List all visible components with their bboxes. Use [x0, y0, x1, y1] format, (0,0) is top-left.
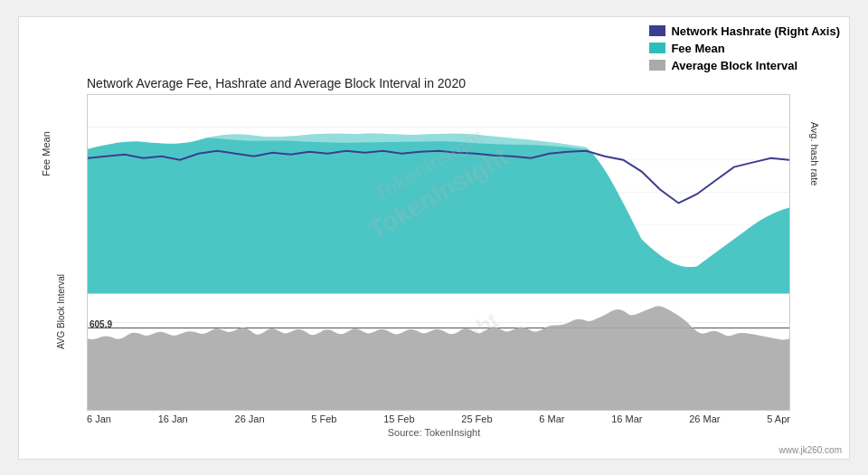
upper-chart: TokenInsight TokenInsight 0.00005 0.0001…	[87, 94, 790, 293]
y-axis-label-hashrate: Avg. hash rate	[810, 121, 821, 185]
chart-container: Network Hashrate (Right Axis) Fee Mean A…	[18, 16, 850, 460]
x-label-5: 25 Feb	[461, 413, 492, 424]
source-label: Source: TokenInsight	[28, 427, 840, 438]
legend-label-fee: Fee Mean	[671, 42, 724, 55]
x-label-4: 15 Feb	[383, 413, 414, 424]
y-axis-label-fee-mean: Fee Mean	[41, 131, 52, 176]
x-label-3: 5 Feb	[311, 413, 336, 424]
legend-item-fee: Fee Mean	[649, 42, 840, 55]
legend-color-block	[649, 60, 665, 71]
x-label-2: 26 Jan	[235, 413, 265, 424]
lower-chart: TokenInsight 605.9 800 600 400 200 0	[87, 293, 790, 411]
legend-label-hashrate: Network Hashrate (Right Axis)	[671, 24, 840, 38]
x-label-1: 16 Jan	[158, 413, 188, 424]
footer-url: www.jk260.com	[779, 445, 842, 455]
legend: Network Hashrate (Right Axis) Fee Mean A…	[649, 24, 840, 72]
legend-color-hashrate	[649, 25, 665, 36]
x-label-8: 26 Mar	[689, 413, 720, 424]
chart-title: Network Average Fee, Hashrate and Averag…	[87, 76, 840, 90]
legend-label-block: Average Block Interval	[671, 59, 797, 72]
x-axis-labels: 6 Jan 16 Jan 26 Jan 5 Feb 15 Feb 25 Feb …	[87, 413, 790, 424]
legend-item-block: Average Block Interval	[649, 59, 840, 72]
reference-value-label: 605.9	[90, 319, 112, 329]
y-axis-label-avg-block: AVG Block Interval	[56, 273, 66, 348]
legend-color-fee	[649, 43, 665, 53]
legend-item-hashrate: Network Hashrate (Right Axis)	[649, 24, 840, 38]
x-label-7: 16 Mar	[611, 413, 642, 424]
x-label-9: 5 Apr	[767, 413, 790, 424]
upper-chart-svg	[88, 95, 789, 293]
x-label-6: 6 Mar	[539, 413, 564, 424]
block-interval-area	[88, 306, 789, 410]
lower-chart-svg	[88, 294, 789, 410]
x-label-0: 6 Jan	[87, 413, 111, 424]
